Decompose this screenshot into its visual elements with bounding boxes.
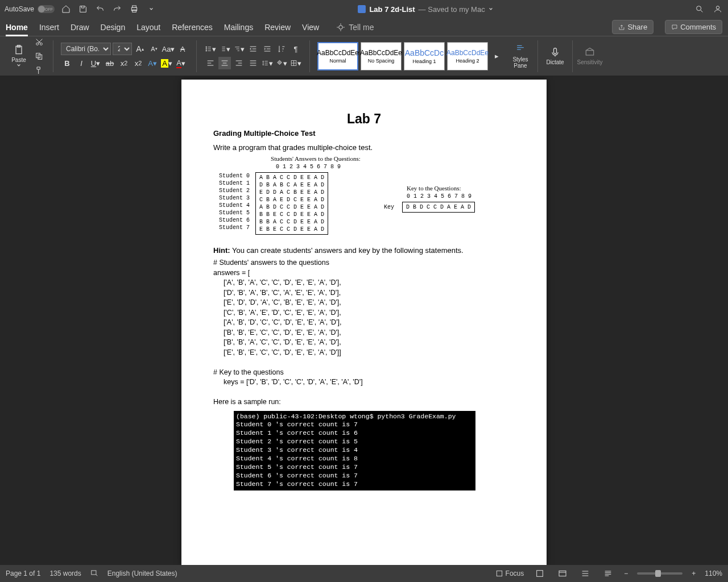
tell-me[interactable]: Tell me — [336, 23, 374, 32]
tab-review[interactable]: Review — [264, 19, 291, 35]
share-button[interactable]: Share — [612, 20, 653, 34]
italic-button[interactable]: I — [75, 57, 88, 69]
sort-icon[interactable] — [275, 43, 288, 55]
paste-button[interactable]: Paste — [7, 39, 31, 73]
svg-rect-19 — [497, 571, 502, 576]
style-heading1[interactable]: AaBbCcDc Heading 1 — [404, 42, 445, 70]
style-no-spacing[interactable]: AaBbCcDdEe No Spacing — [361, 42, 402, 70]
quick-access-dropdown-icon[interactable] — [146, 3, 157, 15]
style-normal[interactable]: AaBbCcDdEe Normal — [317, 42, 358, 70]
intro-text: Write a program that grades multiple-cho… — [213, 143, 515, 152]
sensitivity-button[interactable]: Sensitivity — [578, 39, 602, 73]
style-gallery: AaBbCcDdEe Normal AaBbCcDdEe No Spacing … — [315, 42, 505, 70]
subscript-button[interactable]: x2 — [118, 57, 130, 69]
autosave-toggle[interactable]: AutoSave OFF — [5, 5, 55, 13]
comments-button[interactable]: Comments — [665, 20, 722, 34]
svg-point-3 — [697, 6, 701, 11]
terminal-output: (base) public-43-102:Desktop wtong$ pyth… — [234, 411, 475, 490]
font-color-icon[interactable]: A▾ — [175, 57, 187, 69]
key-indices: 0 1 2 3 4 5 6 7 8 9 — [407, 193, 475, 199]
redo-icon[interactable] — [111, 3, 123, 15]
increase-indent-icon[interactable] — [261, 43, 274, 55]
draft-view-icon[interactable] — [601, 568, 615, 579]
page-indicator[interactable]: Page 1 of 1 — [6, 569, 40, 577]
zoom-level[interactable]: 110% — [705, 569, 722, 577]
align-center-icon[interactable] — [218, 57, 231, 69]
word-count[interactable]: 135 words — [49, 569, 81, 577]
copy-icon[interactable] — [33, 50, 46, 63]
bold-button[interactable]: B — [61, 57, 73, 69]
dictate-button[interactable]: Dictate — [543, 39, 567, 73]
line-spacing-icon[interactable]: ▾ — [261, 57, 274, 69]
clear-formatting-icon[interactable]: A — [176, 43, 189, 55]
zoom-slider[interactable] — [637, 572, 682, 575]
print-icon[interactable] — [129, 3, 140, 15]
answer-indices: 0 1 2 3 4 5 6 7 8 9 — [276, 164, 373, 170]
strikethrough-button[interactable]: ab — [104, 57, 116, 69]
key-box: D B D C C D A E A D — [402, 202, 475, 213]
numbering-icon[interactable]: ▾ — [218, 43, 231, 55]
multilevel-list-icon[interactable]: ▾ — [233, 43, 245, 55]
autosave-switch[interactable]: OFF — [38, 5, 55, 13]
title-dropdown-icon[interactable] — [489, 7, 493, 11]
code-block: # Students' answers to the questionsansw… — [213, 258, 515, 408]
change-case-icon[interactable]: Aa▾ — [162, 43, 175, 55]
svg-rect-18 — [92, 570, 96, 574]
show-marks-icon[interactable]: ¶ — [289, 43, 302, 55]
save-icon[interactable] — [77, 3, 89, 15]
tab-mailings[interactable]: Mailings — [224, 19, 253, 35]
tab-insert[interactable]: Insert — [39, 19, 59, 35]
tab-home[interactable]: Home — [6, 19, 28, 35]
home-icon[interactable] — [60, 3, 72, 15]
text-effects-icon[interactable]: A▾ — [146, 57, 159, 69]
align-left-icon[interactable] — [204, 57, 217, 69]
section-heading: Grading Multiple-Choice Test — [213, 129, 515, 138]
outline-view-icon[interactable] — [578, 568, 592, 579]
svg-rect-16 — [554, 48, 557, 54]
language-indicator[interactable]: English (United States) — [107, 569, 177, 577]
zoom-out-button[interactable]: − — [624, 569, 628, 577]
spellcheck-icon[interactable] — [90, 569, 98, 579]
highlight-icon[interactable]: A▾ — [160, 57, 173, 69]
svg-rect-2 — [133, 10, 136, 12]
zoom-in-button[interactable]: + — [692, 569, 696, 577]
bullets-icon[interactable]: ▾ — [204, 43, 217, 55]
style-gallery-more-icon[interactable]: ▸ — [490, 50, 503, 63]
page[interactable]: Lab 7 Grading Multiple-Choice Test Write… — [181, 80, 547, 565]
svg-rect-17 — [586, 51, 593, 55]
tab-design[interactable]: Design — [101, 19, 126, 35]
web-layout-view-icon[interactable] — [556, 568, 569, 579]
cut-icon[interactable] — [33, 36, 46, 48]
search-icon[interactable] — [694, 3, 705, 15]
word-doc-icon — [358, 5, 366, 13]
tab-view[interactable]: View — [302, 19, 319, 35]
undo-icon[interactable] — [94, 3, 106, 15]
svg-point-12 — [206, 47, 207, 48]
justify-icon[interactable] — [247, 57, 259, 69]
shading-icon[interactable]: ▾ — [275, 57, 288, 69]
print-layout-view-icon[interactable] — [533, 568, 547, 579]
decrease-indent-icon[interactable] — [247, 43, 259, 55]
format-painter-icon[interactable] — [33, 64, 46, 77]
status-bar: Page 1 of 1 135 words English (United St… — [0, 565, 728, 582]
styles-pane-button[interactable]: Styles Pane — [508, 39, 532, 73]
style-heading2[interactable]: AaBbCcDdEe Heading 2 — [447, 42, 488, 70]
align-right-icon[interactable] — [233, 57, 245, 69]
tab-layout[interactable]: Layout — [136, 19, 160, 35]
increase-font-icon[interactable]: A▴ — [134, 43, 146, 55]
save-location: — Saved to my Mac — [419, 5, 485, 14]
font-size-select[interactable]: 20 — [113, 43, 132, 55]
title-bar: AutoSave OFF Lab 7 2d-List — Saved to my… — [0, 0, 728, 18]
tab-draw[interactable]: Draw — [71, 19, 89, 35]
superscript-button[interactable]: x2 — [132, 57, 144, 69]
account-icon[interactable] — [712, 3, 723, 15]
font-name-select[interactable]: Calibri (Bo... — [61, 43, 111, 55]
borders-icon[interactable]: ▾ — [289, 57, 302, 69]
underline-button[interactable]: U▾ — [89, 57, 102, 69]
tab-references[interactable]: References — [172, 19, 213, 35]
key-caption: Key to the Questions: — [407, 185, 475, 192]
svg-point-4 — [716, 6, 719, 9]
focus-button[interactable]: Focus — [495, 569, 524, 577]
document-area[interactable]: Lab 7 Grading Multiple-Choice Test Write… — [0, 76, 728, 565]
decrease-font-icon[interactable]: A▾ — [148, 43, 160, 55]
